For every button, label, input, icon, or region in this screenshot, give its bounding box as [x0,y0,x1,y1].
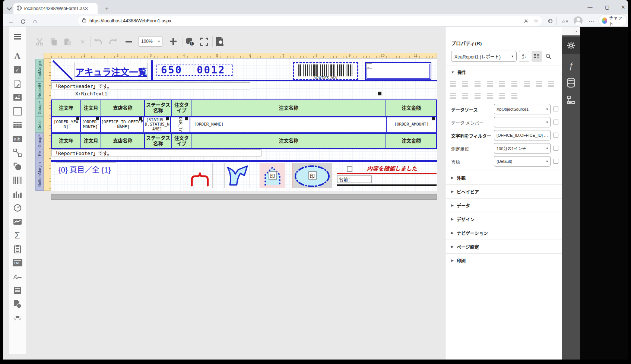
operations-section-header[interactable]: ▼ 操作 [451,69,466,75]
detail-row[interactable]: [ORDER_YEAR] [ORDER_MONTH] [OFFICE_ID.OF… [51,117,437,133]
footer-header-cell[interactable]: ステータス名称 [144,133,172,149]
preview-icon[interactable] [214,36,225,47]
more-options-icon[interactable]: ⋯ [587,17,596,25]
footer-header-cell[interactable]: 注文名称 [191,133,386,149]
property-checkbox[interactable] [554,133,558,137]
operation-button[interactable] [487,93,493,99]
richtext-control[interactable]: XrRichText1 [75,91,107,96]
section-data[interactable]: ▶データ [445,198,562,212]
home-button[interactable]: ⌂ [31,17,39,26]
delete-button[interactable]: × [78,37,88,47]
language-select[interactable]: (Default)▾ [494,156,551,167]
header-cell[interactable]: 注文月 [80,99,101,117]
field-list-tab-database-icon[interactable] [562,74,580,91]
operation-button[interactable] [499,93,505,99]
tool-pageinfo-icon[interactable]: i [9,297,26,311]
band-group-footer[interactable]: GroupF [35,133,44,149]
detail-cell[interactable]: [OFFICE_ID.OFFICE_NAME] [100,117,144,133]
browser-tab[interactable]: localhost:44388/WebForm1.aspx ✕ [13,3,98,14]
header-cell[interactable]: 支店名称 [101,99,145,117]
zoom-in-button[interactable] [168,36,179,47]
group-footer-row[interactable]: 注文年 注文月 支店名称 ステータス名称 注文タイプ 注文名称 注文金額 [51,133,437,149]
sort-alphabetical-button[interactable]: AZ↓ [519,51,529,62]
confirm-text-label[interactable]: 内容を確認しました [367,164,417,172]
new-tab-button[interactable]: + [103,5,111,13]
ellipsis-button[interactable]: … [544,133,548,137]
tool-pdf-content-icon[interactable]: PDF [9,256,26,270]
tool-barcode-icon[interactable] [9,173,26,187]
collections-icon[interactable]: ☆≡ [560,17,569,25]
bottom-margin-line[interactable] [51,160,437,162]
selection-handle[interactable] [166,117,169,120]
operation-button[interactable] [536,81,542,87]
operation-button[interactable] [475,93,481,99]
report-explorer-tab-tree-icon[interactable] [562,91,580,108]
validate-datasource-icon[interactable]: ! [185,37,195,47]
section-design[interactable]: ▶デザイン [445,212,562,226]
band-group-header[interactable]: GroupH [35,99,44,117]
browser-essentials-icon[interactable] [546,17,554,25]
address-bar[interactable]: https://localhost:44388/WebForm1.aspx A)… [78,16,542,26]
operation-button[interactable] [450,93,456,99]
collapse-chevron-icon[interactable]: › [575,28,577,34]
tool-gauge-icon[interactable] [9,201,26,215]
name-label-control[interactable]: 名前： [337,175,372,183]
selection-handle[interactable] [432,117,435,120]
window-maximize-button[interactable]: ▢ [601,3,613,11]
property-checkbox[interactable] [554,120,558,124]
category-view-button[interactable] [532,51,542,62]
window-close-button[interactable]: ✕ [618,3,629,11]
tool-table-icon[interactable] [9,118,26,132]
fullscreen-icon[interactable] [199,37,209,47]
black-line-control[interactable] [337,184,437,186]
redo-button[interactable] [108,37,118,47]
property-checkbox[interactable] [554,107,558,111]
checkbox-control[interactable] [347,166,352,172]
toolbox-menu-icon[interactable] [9,30,26,44]
band-report-header[interactable]: ReportH [35,82,44,99]
measure-units-select[interactable]: 100分の1インチ▾ [494,143,551,153]
report-header-label[interactable]: 「ReportHeader」です。 [51,82,250,89]
tab-close-icon[interactable]: ✕ [85,6,88,11]
tool-summary-icon[interactable]: Σ [9,228,26,242]
red-line-control[interactable] [337,173,437,174]
detail-cell[interactable]: [ORDER_AMOUNT] [386,117,437,133]
footer-header-cell[interactable]: 支店名称 [101,133,145,149]
property-grid-selector[interactable]: XtraReport1 (レポート) ▾ [451,51,517,62]
footer-header-cell[interactable]: 注文金額 [386,133,437,149]
operation-button[interactable] [548,81,554,87]
selection-handle[interactable] [96,117,99,120]
datamember-select[interactable]: ▾ [494,117,551,127]
tool-toc-icon[interactable] [9,284,26,297]
header-cell[interactable]: 注文タイプ [171,99,191,117]
line-control[interactable] [52,60,73,81]
footer-header-cell[interactable]: 注文タイプ [171,133,191,149]
section-behavior[interactable]: ▶ビヘイビア [445,184,562,198]
datasource-select[interactable]: XpObjectSource1▾ [494,104,551,114]
footer-header-cell[interactable]: 注文月 [80,133,101,149]
filter-string-field[interactable]: [OFFICE_ID.OFFICE_ID] ...… [494,130,551,140]
tool-picturebox-icon[interactable] [9,91,26,104]
smart-tag-icon[interactable] [378,92,381,95]
operation-button[interactable] [524,81,530,87]
operation-button[interactable] [487,81,493,87]
tool-label-icon[interactable]: A [9,49,26,63]
window-minimize-button[interactable]: — [584,3,596,11]
read-aloud-icon[interactable]: A) [524,18,529,24]
header-cell[interactable]: 注文金額 [386,99,437,117]
profile-avatar[interactable] [574,16,583,25]
tool-clipboard-icon[interactable] [9,242,26,256]
stamp-ellipse-control[interactable]: 印 [292,163,332,188]
tool-checkbox-icon[interactable]: ✓ [9,63,26,77]
expressions-tab-fx-icon[interactable]: f [562,57,580,74]
operation-button[interactable] [499,81,505,87]
tool-shape-icon[interactable] [9,159,26,173]
band-top-margin[interactable]: TopMargin [35,59,44,82]
vertical-line-control[interactable] [151,60,153,80]
band-report-footer[interactable]: Re [35,149,44,158]
tool-character-comb-icon[interactable]: a|b [9,132,26,146]
barcode-control[interactable]: AQWDEK-2021 [293,62,358,80]
tool-signature-icon[interactable] [9,270,26,284]
section-appearance[interactable]: ▶外観 [445,171,562,184]
footer-header-cell[interactable]: 注文年 [51,133,81,149]
